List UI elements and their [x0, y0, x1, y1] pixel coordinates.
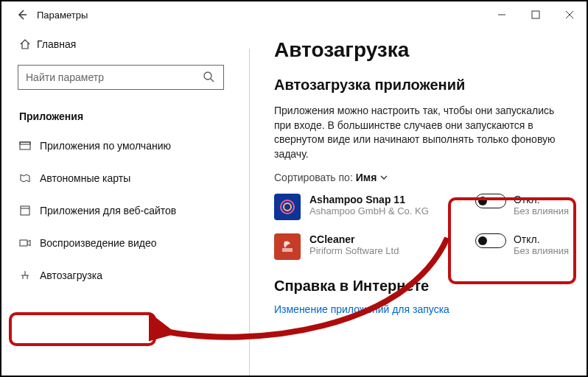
nav-label: Автономные карты	[40, 172, 130, 184]
nav-home-label: Главная	[37, 38, 76, 50]
startup-icon	[19, 269, 40, 281]
internet-help-title: Справка в Интернете	[274, 278, 569, 295]
nav-label: Автозагрузка	[40, 269, 102, 281]
main-content: Автозагрузка Автозагрузка приложений При…	[249, 28, 587, 376]
section-title: Приложения	[1, 97, 249, 130]
app-row: Ashampoo Snap 11 Ashampoo GmbH & Co. KG …	[274, 194, 569, 220]
svg-rect-8	[282, 248, 293, 252]
titlebar: Параметры	[1, 1, 587, 28]
sort-value: Имя	[356, 172, 377, 183]
nav-default-apps[interactable]: Приложения по умолчанию	[1, 130, 249, 162]
maximize-button[interactable]	[519, 1, 553, 28]
default-apps-icon	[19, 140, 40, 152]
app-publisher: Ashampoo GmbH & Co. KG	[309, 205, 429, 216]
search-input[interactable]	[18, 65, 224, 90]
divider	[249, 49, 250, 376]
search-icon	[202, 70, 215, 86]
app-impact: Без влияния	[514, 245, 569, 256]
app-name: Ashampoo Snap 11	[309, 194, 429, 205]
app-state: Откл.	[514, 194, 569, 205]
app-impact: Без влияния	[514, 205, 569, 216]
close-button[interactable]	[553, 1, 587, 28]
page-title: Автозагрузка	[274, 38, 569, 62]
app-row: CCleaner Piriform Software Ltd Откл. Без…	[274, 233, 569, 260]
nav-label: Приложения для веб-сайтов	[40, 205, 176, 216]
app-publisher: Piriform Software Ltd	[309, 245, 399, 256]
nav-home[interactable]: Главная	[1, 29, 249, 59]
search-wrap	[18, 65, 236, 90]
svg-point-6	[281, 200, 294, 214]
web-icon	[19, 205, 40, 216]
close-icon	[565, 10, 574, 19]
svg-rect-5	[20, 240, 27, 246]
description: Приложения можно настроить так, чтобы он…	[274, 104, 569, 161]
map-icon	[19, 172, 40, 184]
svg-rect-0	[532, 11, 539, 18]
minimize-button[interactable]	[485, 1, 519, 28]
apps-list: Ashampoo Snap 11 Ashampoo GmbH & Co. KG …	[274, 194, 569, 260]
subtitle: Автозагрузка приложений	[274, 77, 569, 94]
app-icon	[274, 233, 301, 260]
window-title: Параметры	[37, 10, 88, 21]
nav-startup[interactable]: Автозагрузка	[1, 259, 249, 292]
svg-point-1	[204, 72, 211, 80]
nav-label: Воспроизведение видео	[40, 237, 156, 249]
arrow-left-icon	[16, 9, 28, 21]
sidebar: Главная Приложения Приложения по умолчан…	[1, 28, 249, 376]
nav-offline-maps[interactable]: Автономные карты	[1, 162, 249, 194]
app-name: CCleaner	[309, 233, 399, 245]
home-icon	[19, 38, 37, 50]
maximize-icon	[531, 10, 540, 19]
sort-dropdown[interactable]: Сортировать по: Имя	[274, 172, 569, 183]
app-toggle[interactable]	[475, 194, 506, 208]
svg-rect-2	[20, 142, 30, 149]
svg-rect-3	[20, 142, 30, 144]
svg-point-7	[284, 203, 291, 211]
help-link[interactable]: Изменение приложений для запуска	[274, 303, 449, 315]
app-toggle[interactable]	[475, 233, 506, 248]
back-button[interactable]	[7, 9, 37, 21]
sort-label: Сортировать по:	[274, 172, 353, 183]
app-icon	[274, 194, 301, 220]
svg-rect-4	[21, 206, 29, 215]
minimize-icon	[497, 10, 506, 19]
chevron-down-icon	[379, 173, 388, 182]
app-state: Откл.	[514, 233, 569, 245]
nav-web-apps[interactable]: Приложения для веб-сайтов	[1, 194, 249, 227]
window-controls	[485, 1, 587, 28]
video-icon	[19, 237, 40, 249]
nav-label: Приложения по умолчанию	[40, 140, 171, 152]
nav-video[interactable]: Воспроизведение видео	[1, 227, 249, 259]
